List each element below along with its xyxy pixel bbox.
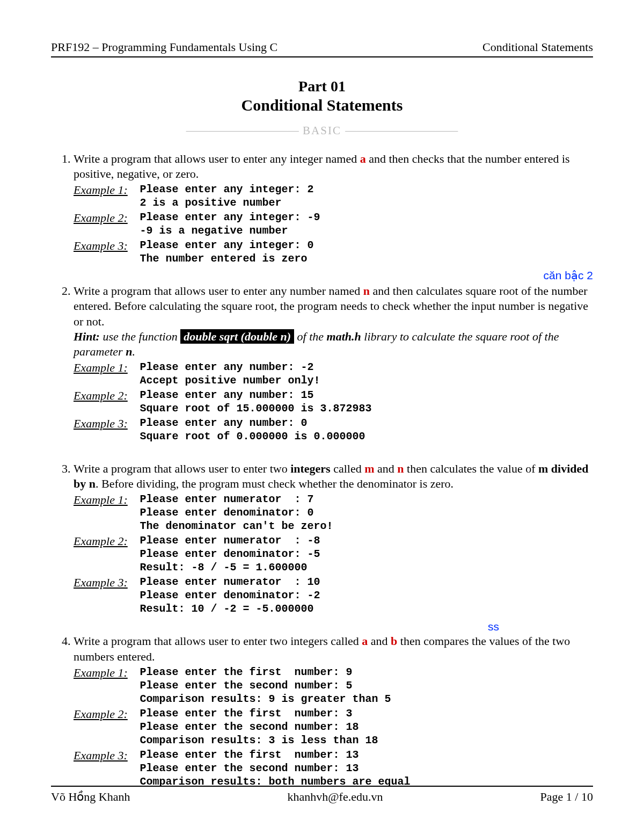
example-code: Please enter any number: -2 Accept posit… [140,360,320,387]
problem-2: căn bậc 2 Write a program that allows us… [74,284,593,443]
title-block: Part 01 Conditional Statements [51,78,593,114]
p1-ex3: Example 3: Please enter any integer: 0 T… [74,238,593,265]
p1-ex2: Example 2: Please enter any integer: -9 … [74,211,593,237]
p2-ex1: Example 1: Please enter any number: -2 A… [74,360,593,387]
problem-4: ss Write a program that allows user to e… [74,634,593,788]
example-code: Please enter numerator : 10 Please enter… [140,575,320,615]
p3-integers: integers [290,462,331,475]
example-label: Example 2: [74,388,137,403]
p3-text-5: . Before dividing, the program must chec… [96,477,453,490]
annotation-canbac2: căn bậc 2 [544,269,593,283]
example-code: Please enter any number: 0 Square root o… [140,416,365,443]
title-main: Conditional Statements [51,96,593,114]
hint-function-box: double sqrt (double n) [180,329,294,344]
example-label: Example 1: [74,183,137,198]
title-part: Part 01 [51,78,593,95]
p3-ex1: Example 1: Please enter numerator : 7 Pl… [74,492,593,533]
p4-var-b: b [391,634,397,648]
p1-var-a: a [360,152,366,165]
annotation-ss: ss [488,620,499,634]
p4-var-a: a [362,634,368,648]
p1-ex1: Example 1: Please enter any integer: 2 2… [74,183,593,209]
p3-ex3: Example 3: Please enter numerator : 10 P… [74,575,593,615]
p3-var-n: n [397,462,404,475]
problem-3: Write a program that allows user to ente… [74,461,593,615]
example-code: Please enter any integer: -9 -9 is a neg… [140,211,320,237]
p2-var-n: n [363,284,370,298]
example-code: Please enter the first number: 3 Please … [140,707,378,747]
p1-text: Write a program that allows user to ente… [74,152,360,165]
example-code: Please enter numerator : 7 Please enter … [140,492,333,533]
p4-text-2: and [368,634,391,648]
footer-page: Page 1 / 10 [540,790,593,804]
document-page: PRF192 – Programming Fundamentals Using … [0,0,644,834]
page-header: PRF192 – Programming Fundamentals Using … [51,40,593,57]
p4-ex1: Example 1: Please enter the first number… [74,665,593,706]
p2-ex3: Example 3: Please enter any number: 0 Sq… [74,416,593,443]
example-code: Please enter the first number: 13 Please… [140,748,411,788]
p3-text-2: called [331,462,365,475]
level-row: —————————— BASIC —————————— [51,124,593,137]
example-label: Example 1: [74,665,137,680]
p2-text: Write a program that allows user to ente… [74,284,363,298]
example-label: Example 2: [74,211,137,226]
example-label: Example 1: [74,360,137,375]
example-label: Example 2: [74,707,137,722]
example-code: Please enter any number: 15 Square root … [140,388,372,415]
hint-t2: of the [294,330,327,343]
p2-hint: Hint: use the function double sqrt (doub… [74,329,593,359]
header-topic: Conditional Statements [482,40,593,54]
hint-t1: use the function [100,330,180,343]
page-footer: Võ Hồng Khanh khanhvh@fe.edu.vn Page 1 /… [51,786,593,804]
example-label: Example 3: [74,416,137,431]
p4-ex3: Example 3: Please enter the first number… [74,748,593,788]
level-text: BASIC [299,124,345,137]
p3-var-m: m [364,462,374,475]
p4-ex2: Example 2: Please enter the first number… [74,707,593,747]
example-code: Please enter numerator : -8 Please enter… [140,534,320,574]
footer-email: khanhvh@fe.edu.vn [288,790,383,804]
example-label: Example 3: [74,238,137,253]
example-code: Please enter any integer: 2 2 is a posit… [140,183,314,209]
header-course: PRF192 – Programming Fundamentals Using … [51,40,277,54]
p3-text-4: then calculates the value of [404,462,538,475]
example-code: Please enter any integer: 0 The number e… [140,238,314,265]
example-label: Example 3: [74,748,137,763]
example-label: Example 2: [74,534,137,549]
p4-text: Write a program that allows user to ente… [74,634,362,648]
p2-ex2: Example 2: Please enter any number: 15 S… [74,388,593,415]
example-label: Example 3: [74,575,137,590]
hint-mathh: math.h [327,330,361,343]
level-dash-left: —————————— [186,124,299,137]
p3-text-3: and [375,462,398,475]
p3-text: Write a program that allows user to ente… [74,462,290,475]
footer-author: Võ Hồng Khanh [51,790,130,804]
level-dash-right: —————————— [345,124,458,137]
problem-list: Write a program that allows user to ente… [51,151,593,788]
problem-1: Write a program that allows user to ente… [74,151,593,265]
example-label: Example 1: [74,492,137,507]
hint-dot: . [132,345,135,358]
hint-n: n [126,345,132,358]
example-code: Please enter the first number: 9 Please … [140,665,391,706]
hint-lead: Hint: [74,330,100,343]
p3-ex2: Example 2: Please enter numerator : -8 P… [74,534,593,574]
